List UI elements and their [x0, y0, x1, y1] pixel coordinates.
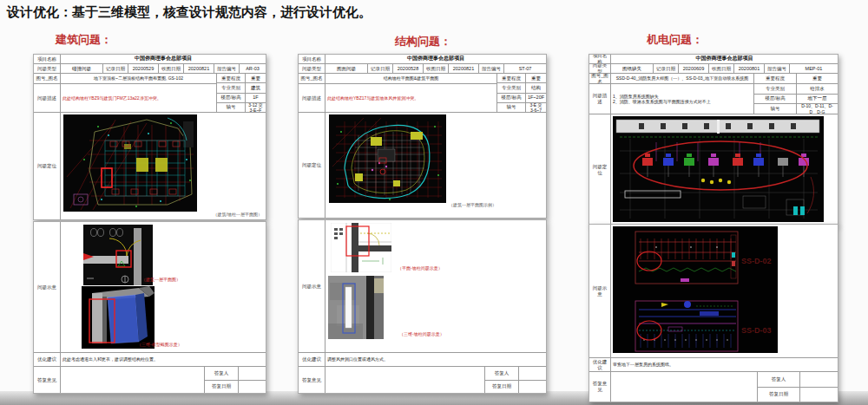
arch-report-card-bottom: 问题示意 （建筑一层平面图） [33, 221, 266, 394]
drawing-label: 图号_图名 [299, 74, 326, 83]
report-no-value: AR-03 [240, 64, 266, 73]
column-header-architecture: 建筑问题： [56, 32, 112, 48]
detail-row: 图号_图名 结构墙柱平面图&建筑平面图 问题描述 此处结构墙柱YBZ17与建筑墙… [299, 74, 546, 113]
detail-row: 图号_图名 地下室顶板~二层顶板结构平面布置图, GS-102 问题描述 此处结… [34, 74, 266, 113]
floor-value: 地下一层 [797, 95, 838, 104]
suggest-row: 优化建议 此处考虑通道出入和更衣，建议调整结构柱位置。 [34, 353, 266, 367]
arch-report-card-top: 项目名称 中国侨商理事会总部项目 问题类型 碰撞问题 记录日期 20200529… [33, 54, 266, 220]
suggest-value: 审查地下一层泵房的系统图纸。 [611, 358, 838, 371]
sketch-image-area: （平面-墙柱问题示意） （三维-墙柱问题示意） [326, 220, 546, 352]
meta-row: 问题类型 碰撞问题 记录日期 20200529 收图日期 20200821 报告… [34, 64, 266, 74]
structure-plan-cad-image [329, 114, 446, 203]
major-value: 建筑 [246, 83, 266, 92]
detail-left: 图号_图名 地下室顶板~二层顶板结构平面布置图, GS-102 问题描述 此处结… [34, 74, 217, 112]
receive-date-label: 收图日期 [709, 64, 734, 73]
diagram1-label: SS-D-02 [741, 257, 772, 265]
detail-right: 重要程度重要 专业类别给排水 楼层/标高地下一层 轴号D-10、D-11、D-D… [754, 74, 838, 114]
record-date-value: 20200528 [393, 64, 424, 73]
sketch-image-area: （建筑一层平面图） （三维-模型截图示意） [61, 222, 266, 352]
receive-date-value: 20200821 [449, 64, 479, 73]
locate-row: 问题定位 [589, 114, 838, 225]
reply-row: 答复意见 答复人 答复日期 [299, 367, 546, 393]
sketch-caption-2: （三维-模型截图示意） [137, 342, 182, 347]
axis-value: 3-12 交 3-E~F [246, 103, 266, 112]
desc-label: 问题描述 [34, 84, 61, 112]
reply-block: 答复人 答复日期 [485, 367, 546, 393]
record-date-value: 20200609 [679, 64, 709, 73]
detail-left: 图号_图名 结构墙柱平面图&建筑平面图 问题描述 此处结构墙柱YBZ17与建筑墙… [299, 74, 497, 112]
type-label: 问题类型 [589, 64, 611, 73]
replier-label: 答复人 [205, 367, 239, 380]
locate-label: 问题定位 [34, 113, 61, 219]
importance-value: 重要 [246, 74, 266, 82]
suggest-label: 优化建议 [589, 358, 611, 371]
suggest-label: 优化建议 [299, 353, 326, 366]
site-plan-cad-image [63, 114, 197, 212]
reply-date-value [800, 388, 838, 402]
report-no-label: 报告编号 [479, 64, 504, 73]
reply-block: 答复人 答复日期 [205, 367, 266, 393]
diagram2-label: SS-D-03 [741, 326, 772, 335]
type-value: 图面问题 [326, 64, 368, 73]
reply-date-label: 答复日期 [758, 388, 800, 402]
floor-value: 1F [246, 94, 266, 102]
record-date-label: 记录日期 [654, 64, 679, 73]
major-label: 专业类别 [497, 83, 526, 92]
receive-date-label: 收图日期 [424, 64, 449, 73]
struct-report-card-top: 项目名称 中国侨商理事会总部项目 问题类型 图面问题 记录日期 20200528… [298, 54, 547, 219]
replier-label: 答复人 [758, 372, 800, 387]
report-no-value: MEP-01 [790, 64, 838, 73]
detail-right: 重要程度重要 专业类别结构 楼层/标高1F~20F 轴号3-E 交 3-6~7 [497, 74, 546, 112]
major-value: 结构 [526, 83, 546, 92]
reply-label: 答复意见 [589, 372, 611, 402]
sketch-row: 问题示意 SS-D-02 [589, 225, 838, 358]
sketch-caption-1: （平面-墙柱问题示意） [398, 265, 443, 271]
importance-label: 重要程度 [217, 74, 246, 82]
desc-label: 问题描述 [299, 84, 326, 112]
reply-value [326, 367, 485, 393]
wall-3d-model-image [328, 276, 384, 339]
reply-block: 答复人 答复日期 [758, 372, 838, 402]
type-value: 碰撞问题 [61, 64, 103, 73]
project-value: 中国侨商理事会总部项目 [61, 55, 266, 63]
importance-value: 重要 [797, 74, 838, 83]
project-row: 项目名称 中国侨商理事会总部项目 [589, 55, 838, 64]
project-row: 项目名称 中国侨商理事会总部项目 [34, 55, 266, 64]
reply-value [61, 367, 205, 393]
sketch-caption-2: （三维-墙柱问题示意） [399, 331, 444, 336]
locate-label: 问题定位 [589, 114, 611, 225]
type-label: 问题类型 [299, 64, 326, 73]
locate-row: 问题定位 [34, 113, 266, 219]
locate-caption: （建筑/墙柱一层平面图） [214, 212, 262, 217]
reply-value [611, 372, 758, 402]
detail-row: 图号_图名 SSD-D-40_消防泵房大样图（一）、SS-D-03_地下室自动喷… [589, 74, 838, 114]
project-label: 项目名称 [34, 55, 61, 63]
report-no-label: 报告编号 [765, 64, 790, 73]
sketch-label: 问题示意 [589, 225, 611, 357]
receive-date-label: 收图日期 [159, 64, 184, 73]
project-label: 项目名称 [589, 55, 611, 63]
receive-date-value: 20200801 [734, 64, 765, 73]
suggest-row: 优化建议 调整风井洞口位置或通风方式。 [299, 353, 546, 367]
reply-date-value [519, 381, 546, 394]
wall-plan-detail-image [331, 223, 391, 272]
drawing-value: 结构墙柱平面图&建筑平面图 [326, 74, 496, 83]
desc-label: 问题描述 [589, 84, 611, 114]
record-date-label: 记录日期 [103, 64, 128, 73]
reply-label: 答复意见 [299, 367, 326, 393]
report-no-label: 报告编号 [214, 64, 240, 73]
column-header-mep: 机电问题： [647, 32, 703, 48]
page-title: 设计优化：基于三维模型，核查设计规范内容，进行设计优化。 [7, 4, 372, 21]
locate-image-area [611, 114, 838, 225]
receive-date-value: 20200821 [184, 64, 214, 73]
desc-value: 1、消防泵房系统图缺失 2、消防、喷淋水泵系统图与平面图连接方式对不上 [611, 84, 753, 114]
floor-label: 楼层/标高 [497, 94, 526, 102]
replier-value [239, 367, 266, 380]
record-date-label: 记录日期 [368, 64, 393, 73]
project-value: 中国侨商理事会总部项目 [611, 55, 838, 63]
mep-report-card-bottom: 问题示意 SS-D-02 [589, 224, 838, 402]
detail-right: 重要程度重要 专业类别建筑 楼层/标高1F 轴号3-12 交 3-E~F [217, 74, 266, 112]
project-value: 中国侨商理事会总部项目 [326, 55, 546, 63]
replier-value [800, 372, 838, 387]
importance-value: 重要 [526, 74, 546, 82]
